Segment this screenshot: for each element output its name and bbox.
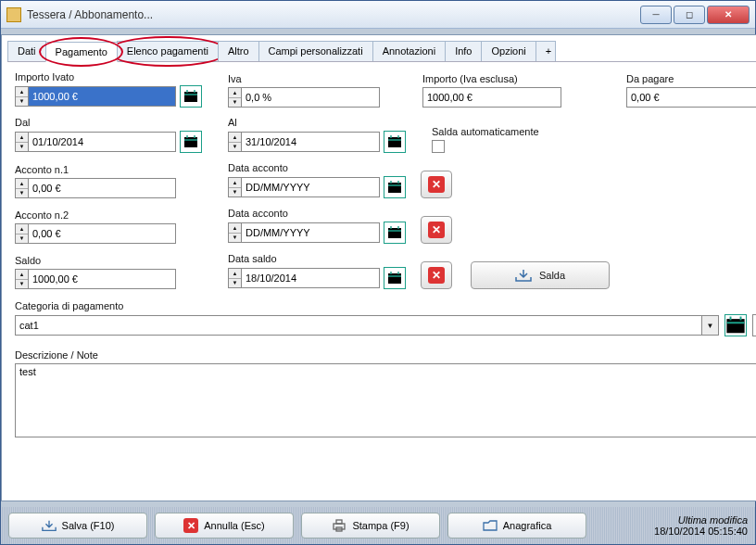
categoria-edit-button[interactable]: [752, 314, 756, 336]
calendar-acconto2[interactable]: [384, 222, 406, 244]
svg-rect-5: [388, 273, 401, 284]
input-importo-esclusa[interactable]: [422, 87, 561, 108]
label-data-acconto1: Data acconto: [228, 162, 413, 173]
ultima-modifica-value: 18/10/2014 05:15:40: [654, 526, 748, 537]
app-icon: [6, 7, 21, 22]
svg-rect-3: [388, 183, 401, 193]
input-saldo[interactable]: [28, 269, 176, 289]
cancel-x-icon: ✕: [183, 518, 198, 533]
label-al: Al: [228, 117, 413, 128]
maximize-button[interactable]: ◻: [674, 6, 705, 24]
label-acconto2: Acconto n.2: [15, 209, 219, 221]
ultima-modifica-label: Ultima modifica: [654, 514, 748, 526]
label-salda-auto: Salda automaticamente: [432, 126, 539, 137]
input-importo-ivato[interactable]: [28, 86, 176, 107]
save-icon: [42, 519, 57, 532]
spinner-importo-ivato[interactable]: ▲▼: [15, 86, 28, 107]
input-data-acconto1[interactable]: [241, 177, 380, 197]
calendar-dal[interactable]: [180, 131, 202, 153]
minimize-button[interactable]: ─: [640, 6, 672, 24]
window-title: Tessera / Abbonamento...: [27, 8, 640, 21]
folder-icon: [483, 519, 498, 532]
calendar-acconto1[interactable]: [384, 176, 406, 198]
label-categoria: Categoria di pagamento: [15, 300, 123, 311]
combo-categoria-arrow[interactable]: ▼: [702, 315, 719, 336]
spinner-acconto1[interactable]: ▲▼: [15, 178, 28, 198]
tab-plus[interactable]: +: [536, 41, 556, 61]
spinner-data-saldo[interactable]: ▲▼: [228, 268, 241, 288]
calendar-data-saldo[interactable]: [384, 267, 406, 289]
delete-saldo-button[interactable]: ✕: [421, 261, 452, 289]
spinner-dal[interactable]: ▲▼: [15, 132, 28, 152]
input-da-pagare[interactable]: [626, 87, 756, 108]
input-data-saldo[interactable]: [241, 268, 380, 288]
label-da-pagare: Da pagare: [626, 73, 756, 84]
close-x-icon: ✕: [428, 267, 445, 284]
stampa-button[interactable]: Stampa (F9): [301, 513, 440, 539]
spinner-saldo[interactable]: ▲▼: [15, 269, 28, 289]
app-window: Tessera / Abbonamento... ─ ◻ ✕ Dati Paga…: [0, 0, 756, 545]
footer: Salva (F10) ✕ Annulla (Esc) Stampa (F9) …: [1, 507, 755, 544]
anagrafica-button[interactable]: Anagrafica: [447, 513, 586, 539]
label-importo-esclusa: Importo (Iva esclusa): [422, 73, 589, 84]
main-panel: Dati Pagamento Elenco pagamenti Altro Ca…: [1, 34, 756, 501]
spinner-al[interactable]: ▲▼: [228, 132, 241, 152]
label-saldo: Saldo: [15, 255, 219, 266]
salva-button[interactable]: Salva (F10): [8, 513, 147, 539]
svg-rect-0: [184, 92, 197, 102]
input-dal[interactable]: [28, 132, 176, 152]
svg-rect-2: [388, 137, 401, 147]
textarea-descrizione[interactable]: [15, 363, 756, 437]
tab-altro[interactable]: Altro: [218, 41, 259, 61]
checkbox-salda-auto[interactable]: [432, 140, 445, 153]
delete-acconto1-button[interactable]: ✕: [421, 171, 452, 198]
spinner-data-acconto2[interactable]: ▲▼: [228, 222, 241, 243]
form-area: Importo Ivato ▲▼ Iva ▲▼: [2, 62, 756, 501]
print-icon: [332, 519, 346, 532]
tab-elenco-pagamenti[interactable]: Elenco pagamenti: [117, 41, 219, 61]
spinner-acconto2[interactable]: ▲▼: [15, 223, 28, 244]
svg-rect-7: [334, 524, 345, 529]
delete-acconto2-button[interactable]: ✕: [421, 216, 452, 244]
close-x-icon: ✕: [428, 176, 445, 193]
label-descrizione: Descrizione / Note: [15, 349, 98, 361]
tab-strip: Dati Pagamento Elenco pagamenti Altro Ca…: [7, 41, 756, 62]
close-button[interactable]: ✕: [707, 6, 750, 24]
tab-dati[interactable]: Dati: [7, 41, 46, 61]
tab-opzioni[interactable]: Opzioni: [481, 41, 536, 61]
label-importo-ivato: Importo Ivato: [15, 71, 219, 82]
input-acconto1[interactable]: [28, 178, 176, 198]
titlebar: Tessera / Abbonamento... ─ ◻ ✕: [1, 1, 755, 29]
tab-campi-personalizzati[interactable]: Campi personalizzati: [258, 41, 373, 61]
svg-rect-1: [184, 137, 197, 147]
label-acconto1: Acconto n.1: [15, 164, 219, 175]
annulla-button[interactable]: ✕ Annulla (Esc): [155, 513, 294, 539]
input-iva[interactable]: [241, 87, 380, 108]
close-x-icon: ✕: [428, 222, 445, 238]
input-al[interactable]: [241, 132, 380, 152]
tab-info[interactable]: Info: [445, 41, 482, 61]
label-iva: Iva: [228, 73, 413, 84]
input-data-acconto2[interactable]: [241, 222, 380, 243]
spinner-data-acconto1[interactable]: ▲▼: [228, 177, 241, 197]
tab-annotazioni[interactable]: Annotazioni: [372, 41, 447, 61]
svg-rect-6: [726, 319, 744, 333]
salda-button[interactable]: Salda: [471, 261, 610, 289]
categoria-lookup-button[interactable]: [724, 314, 747, 336]
lookup-importo-ivato[interactable]: [180, 85, 202, 108]
spinner-iva[interactable]: ▲▼: [228, 87, 241, 108]
tab-pagamento[interactable]: Pagamento: [45, 42, 118, 62]
calendar-al[interactable]: [384, 131, 406, 153]
label-dal: Dal: [15, 117, 219, 128]
label-data-saldo: Data saldo: [228, 253, 413, 264]
input-acconto2[interactable]: [28, 223, 176, 244]
tray-in-icon: [515, 269, 532, 282]
combo-categoria[interactable]: [15, 315, 702, 336]
svg-rect-8: [336, 520, 342, 524]
label-data-acconto2: Data acconto: [228, 208, 413, 219]
svg-rect-4: [388, 228, 401, 238]
